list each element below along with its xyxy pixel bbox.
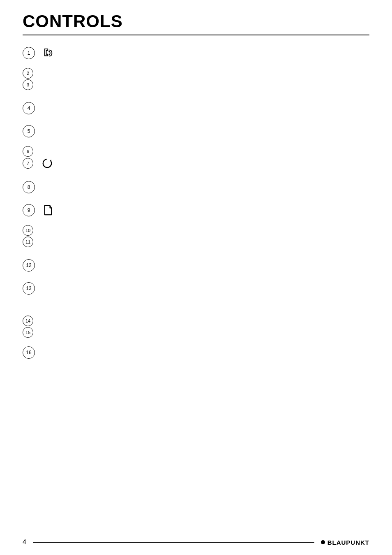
page-number: 4: [23, 539, 26, 546]
item-number-13: 13: [23, 282, 35, 295]
item-number-1: 1: [23, 47, 35, 59]
brand-logo: BLAUPUNKT: [321, 539, 369, 546]
footer-divider: [33, 542, 314, 543]
list-item: 6: [23, 146, 369, 157]
item-number-14: 14: [23, 316, 33, 326]
controls-list: 1 2 3 4 5: [23, 43, 369, 361]
page-header: CONTROLS: [23, 12, 369, 35]
item-number-11: 11: [23, 237, 33, 247]
list-item: 11: [23, 236, 369, 248]
list-item: 15: [23, 327, 369, 338]
list-item: 10: [23, 225, 369, 236]
item-number-10: 10: [23, 225, 33, 236]
item-number-5: 5: [23, 125, 35, 137]
page-title: CONTROLS: [23, 12, 123, 31]
item-number-2: 2: [23, 68, 33, 79]
page: CONTROLS 1 2 3 4: [0, 0, 392, 555]
list-item: 9: [23, 202, 369, 219]
list-item: 3: [23, 79, 369, 91]
power-reload-icon: [42, 158, 53, 169]
brand-dot-icon: [321, 540, 325, 544]
item-number-16: 16: [23, 346, 35, 359]
phone-antenna-icon: [43, 48, 55, 58]
item-number-6: 6: [23, 146, 33, 157]
list-item: 16: [23, 344, 369, 361]
list-item: 5: [23, 123, 369, 140]
item-number-12: 12: [23, 259, 35, 272]
item-number-3: 3: [23, 79, 33, 90]
list-item: 2: [23, 67, 369, 79]
item-number-8: 8: [23, 181, 35, 193]
list-item: 1: [23, 44, 369, 62]
svg-point-0: [43, 159, 52, 168]
list-item: 4: [23, 100, 369, 117]
list-item: 13: [23, 280, 369, 297]
list-item: 7: [23, 157, 369, 170]
list-item: 12: [23, 257, 369, 274]
item-number-7: 7: [23, 158, 33, 169]
brand-name: BLAUPUNKT: [327, 539, 369, 546]
flag-document-icon: [43, 205, 53, 216]
list-item: 8: [23, 179, 369, 196]
item-number-9: 9: [23, 204, 35, 216]
list-item: 14: [23, 315, 369, 327]
item-number-4: 4: [23, 102, 35, 114]
item-number-15: 15: [23, 327, 33, 338]
page-footer: 4 BLAUPUNKT: [23, 539, 369, 546]
